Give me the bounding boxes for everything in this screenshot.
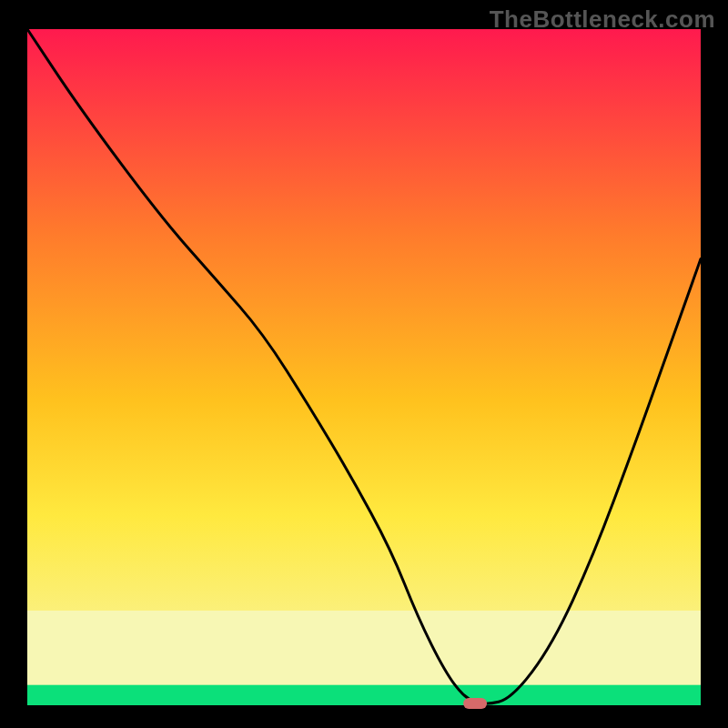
gradient-background: [27, 29, 701, 705]
watermark-text: TheBottleneck.com: [490, 5, 715, 34]
pale-band: [27, 611, 701, 685]
green-band: [27, 685, 701, 705]
trough-marker: [463, 698, 487, 709]
chart-container: TheBottleneck.com: [0, 0, 728, 728]
chart-svg: [0, 0, 728, 728]
